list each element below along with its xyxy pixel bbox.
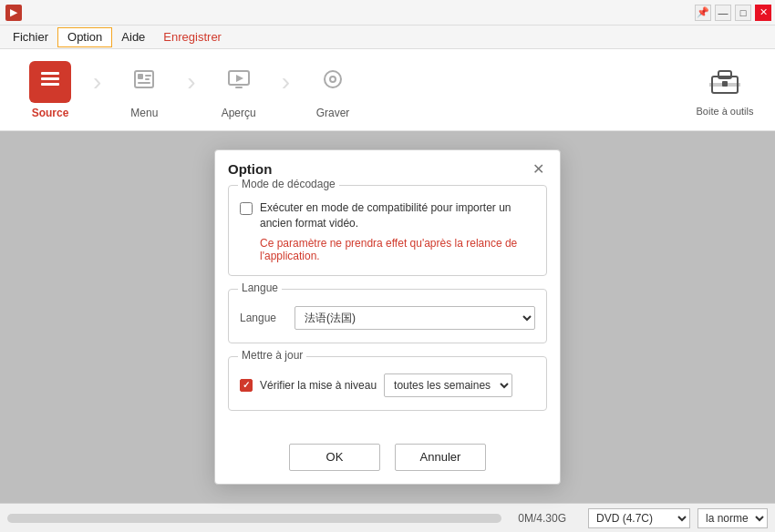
update-section: Mettre à jour Vérifier la mise à niveau … [228, 356, 547, 411]
update-row: Vérifier la mise à niveau toutes les sem… [240, 373, 535, 397]
menu-label: Menu [130, 107, 158, 119]
toolbox-label: Boite à outils [697, 106, 754, 117]
arrow-2: › [187, 67, 195, 97]
svg-rect-1 [41, 77, 59, 80]
progress-bar [7, 514, 501, 523]
apercu-label: Aperçu [222, 107, 256, 119]
option-dialog: Option ✕ Mode de décodage Exécuter en mo… [214, 149, 561, 485]
arrow-3: › [282, 67, 290, 97]
cancel-button[interactable]: Annuler [395, 444, 486, 471]
app-icon: ▶ [5, 5, 22, 21]
title-bar: ▶ 📌 — □ ✕ [0, 0, 775, 26]
modal-overlay: Option ✕ Mode de décodage Exécuter en mo… [0, 131, 775, 503]
langue-section: Langue Langue 法语(法国) English Deutsch Esp… [228, 289, 547, 343]
arrow-1: › [93, 67, 101, 97]
toolbar: Source › Menu › [0, 49, 775, 131]
menu-icon-wrap [123, 61, 165, 103]
apercu-icon [226, 66, 252, 97]
update-section-label: Mettre à jour [238, 349, 306, 362]
lang-select[interactable]: 法语(法国) English Deutsch Español Italiano … [294, 306, 535, 330]
menu-enregistrer[interactable]: Enregistrer [154, 27, 231, 47]
source-label: Source [32, 107, 69, 119]
svg-rect-16 [722, 81, 728, 87]
decode-section-label: Mode de décodage [238, 178, 339, 190]
dialog-footer: OK Annuler [215, 436, 560, 484]
langue-section-label: Langue [238, 281, 282, 294]
close-button[interactable]: ✕ [755, 5, 771, 21]
update-freq-select[interactable]: toutes les semaines tous les jours jamai… [384, 373, 512, 397]
dvd-select[interactable]: DVD (4.7C) DVD DL (8.5G) [588, 508, 690, 528]
toolbox-icon [708, 64, 741, 102]
update-checkbox-label: Vérifier la mise à niveau [260, 379, 377, 392]
menu-icon [131, 66, 157, 97]
toolbar-source[interactable]: Source [9, 54, 91, 127]
status-bar: 0M/4.30G DVD (4.7C) DVD DL (8.5G) la nor… [0, 503, 775, 532]
toolbar-toolbox[interactable]: Boite à outils [684, 54, 766, 127]
menu-aide[interactable]: Aide [112, 27, 154, 47]
decode-section: Mode de décodage Exécuter en mode de com… [228, 185, 547, 276]
svg-rect-0 [41, 72, 59, 75]
menu-option[interactable]: Option [57, 27, 112, 47]
svg-point-11 [325, 71, 341, 87]
graver-icon-wrap [312, 61, 354, 103]
update-checkbox[interactable] [240, 379, 253, 392]
apercu-icon-wrap [218, 61, 260, 103]
toolbar-graver[interactable]: Graver [292, 54, 374, 127]
ok-button[interactable]: OK [289, 444, 380, 471]
decode-checkbox-row: Exécuter en mode de compatibilité pour i… [240, 200, 535, 231]
svg-rect-9 [235, 87, 243, 88]
size-display: 0M/4.30G [518, 512, 566, 525]
decode-checkbox-label: Exécuter en mode de compatibilité pour i… [260, 200, 535, 231]
toolbar-apercu[interactable]: Aperçu [198, 54, 280, 127]
svg-rect-2 [41, 83, 59, 86]
source-icon [37, 66, 63, 97]
pin-button[interactable]: 📌 [695, 5, 711, 21]
lang-label: Langue [240, 312, 285, 324]
svg-rect-7 [138, 82, 150, 84]
dialog-close-button[interactable]: ✕ [529, 159, 547, 178]
source-icon-wrap [29, 61, 71, 103]
maximize-button[interactable]: □ [735, 5, 751, 21]
norm-select[interactable]: la norme NTSC PAL [698, 508, 768, 528]
svg-marker-10 [236, 75, 243, 82]
svg-rect-3 [135, 71, 153, 87]
svg-rect-4 [138, 74, 143, 79]
toolbar-menu[interactable]: Menu [103, 54, 185, 127]
svg-rect-6 [145, 78, 150, 80]
window-controls: 📌 — □ ✕ [695, 5, 771, 21]
lang-row: Langue 法语(法国) English Deutsch Español It… [240, 306, 535, 330]
graver-icon [320, 66, 346, 97]
svg-rect-5 [145, 75, 151, 77]
menu-fichier[interactable]: Fichier [4, 27, 57, 47]
decode-checkbox[interactable] [240, 202, 253, 215]
svg-point-12 [330, 77, 336, 82]
menu-bar: Fichier Option Aide Enregistrer [0, 26, 775, 49]
dialog-title: Option [228, 161, 272, 177]
decode-warning: Ce paramètre ne prendra effet qu'après l… [240, 237, 535, 262]
graver-label: Graver [316, 107, 350, 119]
minimize-button[interactable]: — [715, 5, 731, 21]
dialog-body: Mode de décodage Exécuter en mode de com… [215, 185, 560, 436]
